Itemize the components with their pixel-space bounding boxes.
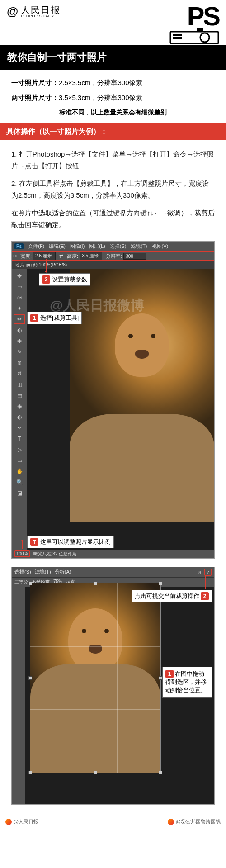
status-bar: 100% 曝光只在 32 位起作用 bbox=[12, 550, 214, 558]
callout-2-text: 设置剪裁参数 bbox=[52, 275, 87, 284]
history-brush-icon[interactable]: ↺ bbox=[14, 369, 25, 379]
at-symbol: @ bbox=[7, 5, 18, 19]
callout-2: 2 设置剪裁参数 bbox=[39, 273, 90, 286]
menu-select[interactable]: 选择(S) bbox=[110, 243, 127, 250]
crop-handle[interactable] bbox=[28, 676, 32, 680]
weibo-icon bbox=[5, 819, 12, 825]
callout-drag: 1 在图中拖动得到选区，并移动到恰当位置。 bbox=[162, 667, 212, 698]
two-inch-label: 两寸照片尺寸： bbox=[11, 94, 59, 101]
canvas-2[interactable]: 点击可提交当前裁剪操作 2 1 在图中拖动得到选区，并移动到恰当位置。 bbox=[12, 587, 214, 804]
fg-bg-swatch[interactable]: ◪ bbox=[14, 488, 25, 498]
tool-palette-2 bbox=[12, 587, 25, 804]
svg-rect-2 bbox=[197, 28, 203, 32]
footer-right-text: @Ⓥ宏邦国警跨国钱 bbox=[176, 818, 221, 825]
arrow-icon bbox=[22, 540, 23, 549]
arrow-icon bbox=[46, 259, 47, 272]
crop-handle[interactable] bbox=[159, 771, 162, 774]
menu-filter[interactable]: 滤镜(T) bbox=[131, 243, 147, 250]
ps-text: PS bbox=[187, 5, 219, 28]
callout-1: 1 选择[裁剪工具] bbox=[27, 312, 82, 324]
step-1: 1. 打开Photoshop→选择【文件】菜单→选择【打开】命令→选择照片→点击… bbox=[11, 148, 215, 171]
ps-menu-bar: Ps 文件(F) 编辑(E) 图像(I) 图层(L) 选择(S) 滤镜(T) 视… bbox=[12, 242, 214, 251]
brush-tool-icon[interactable]: ✎ bbox=[14, 347, 25, 357]
zoom-value[interactable]: 100% bbox=[14, 550, 30, 557]
cancel-crop-icon[interactable]: ⊘ bbox=[195, 569, 202, 576]
blur-tool-icon[interactable]: ◉ bbox=[14, 401, 25, 411]
footer-left: @人民日报 bbox=[5, 818, 38, 825]
ps-app-icon: Ps bbox=[14, 243, 24, 249]
svg-rect-4 bbox=[173, 37, 182, 39]
height-input[interactable]: 3.5 厘米 bbox=[80, 252, 102, 260]
width-label: 宽度: bbox=[20, 253, 32, 260]
menu-filter-2[interactable]: 滤镜(T) bbox=[35, 569, 51, 576]
callout-badge-1b: 1 bbox=[165, 670, 174, 678]
crop-handle[interactable] bbox=[94, 771, 97, 774]
resolution-input[interactable]: 300 bbox=[123, 253, 146, 260]
text-tool-icon[interactable]: T bbox=[14, 434, 25, 444]
menu-layer[interactable]: 图层(L) bbox=[89, 243, 105, 250]
crop-selection[interactable] bbox=[30, 583, 161, 773]
crop-handle[interactable] bbox=[159, 582, 162, 585]
brand-cn: 人民日报 bbox=[21, 5, 61, 14]
stamp-tool-icon[interactable]: ⊕ bbox=[14, 358, 25, 368]
menu-edit[interactable]: 编辑(E) bbox=[49, 243, 66, 250]
callout-badge-1: 1 bbox=[30, 314, 38, 322]
weibo-icon bbox=[168, 819, 174, 825]
width-input[interactable]: 2.5 厘米 bbox=[33, 252, 56, 260]
commit-crop-icon[interactable]: ✓ bbox=[204, 569, 212, 576]
page-title: 教你自制一寸两寸照片 bbox=[0, 45, 226, 70]
brand-en: PEOPLE' S DAILY bbox=[21, 14, 61, 18]
lasso-tool-icon[interactable]: ᘛ bbox=[14, 293, 25, 303]
callout-commit-text: 点击可提交当前裁剪操作 bbox=[135, 592, 199, 600]
height-label: 高度: bbox=[67, 253, 78, 260]
menu-view[interactable]: 视图(V) bbox=[152, 243, 169, 250]
menu-file[interactable]: 文件(F) bbox=[28, 243, 44, 250]
crop-options-bar: ✂ 宽度:2.5 厘米 ⇄ 高度:3.5 厘米 分辨率:300 bbox=[12, 251, 214, 261]
marquee-tool-icon[interactable]: ▭ bbox=[14, 282, 25, 292]
hand-tool-icon[interactable]: ✋ bbox=[14, 466, 25, 476]
eraser-tool-icon[interactable]: ◫ bbox=[14, 379, 25, 389]
swap-icon[interactable]: ⇄ bbox=[59, 253, 63, 259]
path-tool-icon[interactable]: ▷ bbox=[14, 445, 25, 455]
camera-icon bbox=[170, 27, 219, 44]
status-text: 曝光只在 32 位起作用 bbox=[33, 551, 77, 557]
crop-handle[interactable] bbox=[94, 582, 97, 585]
pen-tool-icon[interactable]: ✒ bbox=[14, 423, 25, 433]
footer-left-text: @人民日报 bbox=[14, 818, 38, 825]
crop-options-bar-2: 选择(S) 滤镜(T) 分析(A) ⊘ ✓ bbox=[12, 567, 214, 578]
dodge-tool-icon[interactable]: ◐ bbox=[14, 412, 25, 422]
crop-tool-icon: ✂ bbox=[13, 253, 17, 259]
callout-t: T 这里可以调整照片显示比例 bbox=[27, 536, 114, 548]
crop-handle[interactable] bbox=[28, 771, 32, 774]
wand-tool-icon[interactable]: ✦ bbox=[14, 304, 25, 313]
document-tab[interactable]: 照片.jpg @ 100%(RGB/8) bbox=[12, 261, 214, 269]
ps-logo-area: PS bbox=[170, 5, 219, 44]
resolution-label: 分辨率: bbox=[106, 253, 122, 260]
step-2: 2. 在左侧工具栏点击【剪裁工具】，在上方调整照片尺寸，宽度设为2.5cm，高度… bbox=[11, 178, 215, 201]
crop-handle[interactable] bbox=[28, 582, 32, 585]
menu-image[interactable]: 图像(I) bbox=[70, 243, 85, 250]
brand-logo: @ 人民日报 PEOPLE' S DAILY bbox=[7, 5, 61, 19]
callout-badge-t: T bbox=[30, 538, 38, 546]
canvas[interactable]: @人民日报微博 bbox=[27, 269, 214, 550]
gradient-tool-icon[interactable]: ▤ bbox=[14, 390, 25, 400]
header: @ 人民日报 PEOPLE' S DAILY PS bbox=[0, 0, 226, 45]
footer: @人民日报 @Ⓥ宏邦国警跨国钱 bbox=[0, 814, 226, 830]
crop-handle[interactable] bbox=[159, 676, 162, 680]
eyedropper-tool-icon[interactable]: ◐ bbox=[14, 325, 25, 335]
menu-select-2[interactable]: 选择(S) bbox=[14, 569, 31, 576]
steps: 1. 打开Photoshop→选择【文件】菜单→选择【打开】命令→选择照片→点击… bbox=[0, 140, 226, 241]
shape-tool-icon[interactable]: ▭ bbox=[14, 455, 25, 465]
section-header: 具体操作（以一寸照片为例）： bbox=[0, 123, 226, 140]
callout-badge-2b: 2 bbox=[201, 592, 209, 600]
callout-1-text: 选择[裁剪工具] bbox=[40, 314, 79, 322]
zoom-tool-icon[interactable]: 🔍 bbox=[14, 477, 25, 487]
crop-tool-icon[interactable]: ✂ bbox=[14, 314, 25, 324]
callout-commit: 点击可提交当前裁剪操作 2 bbox=[132, 590, 212, 602]
footer-right: @Ⓥ宏邦国警跨国钱 bbox=[168, 818, 221, 825]
menu-analysis-2[interactable]: 分析(A) bbox=[55, 569, 71, 576]
one-inch-label: 一寸照片尺寸： bbox=[11, 79, 59, 86]
opt-thirds[interactable]: 三等分 bbox=[14, 579, 28, 585]
move-tool-icon[interactable]: ✥ bbox=[14, 271, 25, 281]
heal-tool-icon[interactable]: ✚ bbox=[14, 336, 25, 346]
